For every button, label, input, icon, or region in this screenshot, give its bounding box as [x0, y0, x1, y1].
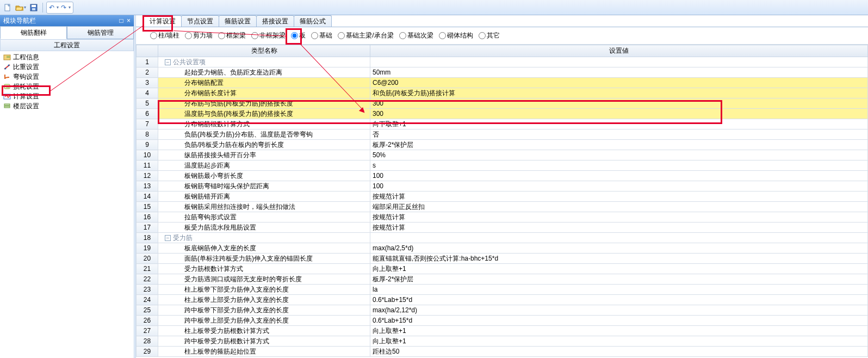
- type-name-cell[interactable]: 起始受力钢筋、负筋距支座边距离: [158, 67, 370, 78]
- radio-item[interactable]: 基础次梁: [399, 31, 433, 40]
- table-row[interactable]: 29柱上板带的箍筋起始位置距柱边50: [137, 347, 868, 357]
- setting-value-cell[interactable]: max(ha/2,5*d): [370, 243, 868, 254]
- undo-dropdown[interactable]: ▾: [57, 5, 59, 10]
- table-row[interactable]: 20面筋(单标注跨板受力筋)伸入支座的锚固长度能直锚就直锚,否则按公式计算:ha…: [137, 254, 868, 264]
- setting-value-cell[interactable]: max(ha/2,12*d): [370, 305, 868, 316]
- setting-value-cell[interactable]: 板厚-2*保护层: [370, 140, 868, 150]
- radio-input[interactable]: [399, 32, 406, 39]
- tree-item[interactable]: 楼层设置: [1, 101, 133, 111]
- type-name-cell[interactable]: 跨中板带上部受力筋伸入支座的长度: [158, 316, 370, 326]
- radio-input[interactable]: [439, 32, 446, 39]
- tree-item[interactable]: %损耗设置: [1, 82, 133, 91]
- setting-value-cell[interactable]: 0.6*Lab+15*d: [370, 316, 868, 326]
- table-row[interactable]: 2起始受力钢筋、负筋距支座边距离50mm: [137, 67, 868, 78]
- type-name-cell[interactable]: 柱上板带的箍筋起始位置: [158, 347, 370, 357]
- setting-value-cell[interactable]: 按规范计算: [370, 192, 868, 202]
- type-name-cell[interactable]: 拉筋弯钩形式设置: [158, 212, 370, 223]
- type-name-cell[interactable]: 负筋/跨板受力筋在板内的弯折长度: [158, 140, 370, 150]
- table-row[interactable]: 25跨中板带下部受力筋伸入支座的长度max(ha/2,12*d): [137, 305, 868, 316]
- table-row[interactable]: 3分布钢筋配置C6@200: [137, 78, 868, 88]
- table-row[interactable]: 13板钢筋弯锚时端头保护层距离100: [137, 181, 868, 192]
- radio-input[interactable]: [291, 32, 298, 39]
- type-name-cell[interactable]: −公共设置项: [158, 57, 370, 67]
- table-row[interactable]: 1−公共设置项: [137, 57, 868, 67]
- table-row[interactable]: 19板底钢筋伸入支座的长度max(ha/2,5*d): [137, 243, 868, 254]
- tree-item[interactable]: 工程信息: [1, 52, 133, 62]
- page-tab[interactable]: 箍筋设置: [219, 15, 257, 27]
- tree-item[interactable]: 比重设置: [1, 62, 133, 72]
- type-name-cell[interactable]: 负筋(跨板受力筋)分布筋、温度筋是否带弯钩: [158, 129, 370, 140]
- type-name-cell[interactable]: −受力筋: [158, 233, 370, 243]
- col-header-setting-value[interactable]: 设置値: [370, 45, 868, 57]
- radio-item[interactable]: 柱/墙柱: [150, 31, 179, 40]
- setting-value-cell[interactable]: s: [370, 161, 868, 171]
- table-row[interactable]: 8负筋(跨板受力筋)分布筋、温度筋是否带弯钩否: [137, 129, 868, 140]
- undo-button[interactable]: ↶: [49, 4, 54, 11]
- collapse-icon[interactable]: −: [165, 235, 171, 241]
- table-row[interactable]: 17板受力筋流水段甩筋设置按规范计算: [137, 223, 868, 233]
- table-row[interactable]: 28跨中板带受力筋根数计算方式向上取整+1: [137, 336, 868, 347]
- type-name-cell[interactable]: 板底钢筋伸入支座的长度: [158, 243, 370, 254]
- table-row[interactable]: 15板钢筋采用丝扣连接时，端头丝扣做法端部采用正反丝扣: [137, 202, 868, 212]
- radio-input[interactable]: [251, 32, 258, 39]
- type-name-cell[interactable]: 板受力筋流水段甩筋设置: [158, 223, 370, 233]
- table-row[interactable]: 26跨中板带上部受力筋伸入支座的长度0.6*Lab+15*d: [137, 316, 868, 326]
- page-tab[interactable]: 计算设置: [144, 15, 182, 27]
- setting-value-cell[interactable]: 100: [370, 181, 868, 192]
- radio-input[interactable]: [150, 32, 157, 39]
- radio-item[interactable]: 其它: [479, 31, 500, 40]
- setting-value-cell[interactable]: 向下取整+1: [370, 119, 868, 129]
- setting-value-cell[interactable]: 300: [370, 109, 868, 119]
- type-name-cell[interactable]: 跨中板带下部受力筋伸入支座的长度: [158, 305, 370, 316]
- col-header-type-name[interactable]: 类型名称: [158, 45, 370, 57]
- tree-item[interactable]: 弯钩设置: [1, 72, 133, 82]
- type-name-cell[interactable]: 分布钢筋根数计算方式: [158, 119, 370, 129]
- setting-value-cell[interactable]: 按规范计算: [370, 223, 868, 233]
- tab-rebar-detailing[interactable]: 钢筋翻样: [0, 26, 67, 39]
- radio-input[interactable]: [479, 32, 486, 39]
- setting-value-cell[interactable]: 否: [370, 129, 868, 140]
- redo-dropdown[interactable]: ▾: [69, 5, 71, 10]
- table-row[interactable]: 11温度筋起步距离s: [137, 161, 868, 171]
- setting-value-cell[interactable]: 50%: [370, 150, 868, 161]
- setting-value-cell[interactable]: 板厚-2*保护层: [370, 274, 868, 285]
- table-row[interactable]: 23柱上板带下部受力筋伸入支座的长度la: [137, 285, 868, 295]
- settings-grid-wrap[interactable]: 类型名称 设置値 1−公共设置项2起始受力钢筋、负筋距支座边距离50mm3分布钢…: [136, 45, 868, 358]
- table-row[interactable]: 24柱上板带上部受力筋伸入支座的长度0.6*Lab+15*d: [137, 295, 868, 305]
- setting-value-cell[interactable]: [370, 233, 868, 243]
- type-name-cell[interactable]: 柱上板带下部受力筋伸入支座的长度: [158, 285, 370, 295]
- table-row[interactable]: 22受力筋遇洞口或端部无支座时的弯折长度板厚-2*保护层: [137, 274, 868, 285]
- setting-value-cell[interactable]: [370, 57, 868, 67]
- setting-value-cell[interactable]: 0.6*Lab+15*d: [370, 295, 868, 305]
- table-row[interactable]: 7分布钢筋根数计算方式向下取整+1: [137, 119, 868, 129]
- type-name-cell[interactable]: 分布钢筋配置: [158, 78, 370, 88]
- table-row[interactable]: 5分布筋与负筋(跨板受力筋)的搭接长度300: [137, 98, 868, 109]
- table-row[interactable]: 21受力筋根数计算方式向上取整+1: [137, 264, 868, 274]
- table-row[interactable]: 14板钢筋错开距离按规范计算: [137, 192, 868, 202]
- setting-value-cell[interactable]: 100: [370, 171, 868, 181]
- type-name-cell[interactable]: 温度筋起步距离: [158, 161, 370, 171]
- type-name-cell[interactable]: 受力筋根数计算方式: [158, 264, 370, 274]
- type-name-cell[interactable]: 温度筋与负筋(跨板受力筋)的搭接长度: [158, 109, 370, 119]
- page-tab[interactable]: 箍筋公式: [294, 15, 332, 27]
- setting-value-cell[interactable]: 向上取整+1: [370, 336, 868, 347]
- setting-value-cell[interactable]: 50mm: [370, 67, 868, 78]
- new-file-button[interactable]: [2, 2, 13, 13]
- setting-value-cell[interactable]: 能直锚就直锚,否则按公式计算:ha-bhc+15*d: [370, 254, 868, 264]
- page-tab[interactable]: 节点设置: [181, 15, 219, 27]
- radio-input[interactable]: [185, 32, 192, 39]
- radio-item[interactable]: 基础: [311, 31, 332, 40]
- type-name-cell[interactable]: 板钢筋弯锚时端头保护层距离: [158, 181, 370, 192]
- type-name-cell[interactable]: 跨中板带受力筋根数计算方式: [158, 336, 370, 347]
- radio-input[interactable]: [311, 32, 318, 39]
- table-row[interactable]: 12板钢筋最小弯折长度100: [137, 171, 868, 181]
- setting-value-cell[interactable]: la: [370, 285, 868, 295]
- table-row[interactable]: 9负筋/跨板受力筋在板内的弯折长度板厚-2*保护层: [137, 140, 868, 150]
- setting-value-cell[interactable]: 向上取整+1: [370, 264, 868, 274]
- setting-value-cell[interactable]: 300: [370, 98, 868, 109]
- setting-value-cell[interactable]: 端部采用正反丝扣: [370, 202, 868, 212]
- table-row[interactable]: 18−受力筋: [137, 233, 868, 243]
- type-name-cell[interactable]: 板钢筋错开距离: [158, 192, 370, 202]
- close-sidebar-button[interactable]: ×: [127, 17, 131, 24]
- type-name-cell[interactable]: 受力筋遇洞口或端部无支座时的弯折长度: [158, 274, 370, 285]
